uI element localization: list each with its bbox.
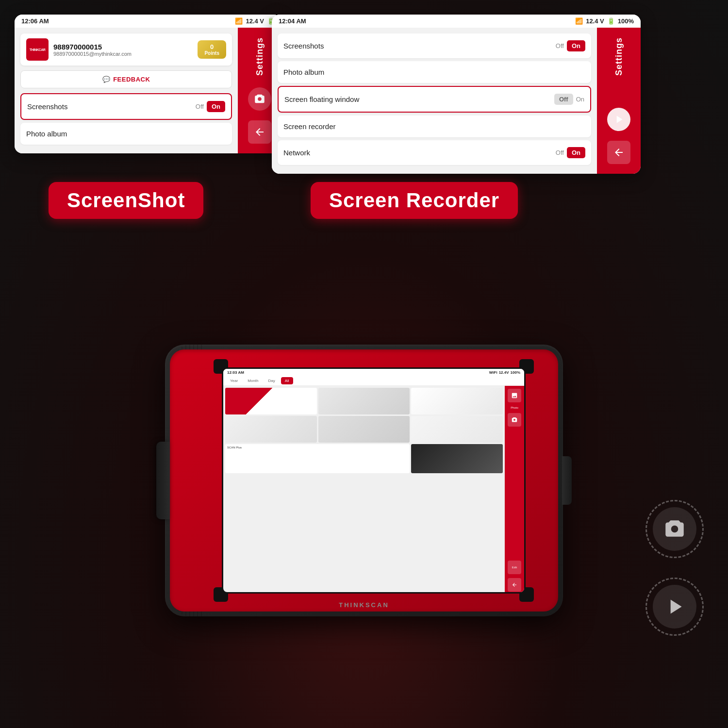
photo-album-row[interactable]: Photo album xyxy=(20,123,232,145)
user-name: 988970000015 xyxy=(53,43,132,51)
back-icon xyxy=(254,126,265,138)
screen-tabs: Year Month Day All xyxy=(223,376,524,386)
thinkcar-logo: THINKCAR xyxy=(26,38,49,61)
play-icon xyxy=(612,113,625,126)
right-screenshots-on-btn[interactable]: On xyxy=(567,40,585,51)
screen-edit-btn[interactable]: Edit xyxy=(508,561,521,574)
right-photo-album-label: Photo album xyxy=(283,68,324,76)
thumb-1[interactable] xyxy=(225,388,317,414)
left-time: 12:06 AM xyxy=(21,17,49,25)
screenshots-label: Screenshots xyxy=(27,102,67,111)
thumb-3[interactable] xyxy=(411,388,503,414)
device-handle-right xyxy=(562,456,572,505)
user-info: 988970000015 988970000015@mythinkcar.com xyxy=(53,43,132,57)
user-card: THINKCAR 988970000015 988970000015@mythi… xyxy=(20,33,232,66)
thumb-8[interactable] xyxy=(411,444,503,473)
right-network-toggle[interactable]: Off On xyxy=(556,147,585,158)
thumb-2[interactable] xyxy=(318,388,410,414)
right-screenshots-label: Screenshots xyxy=(283,42,324,50)
right-main-area: Screenshots Off On Photo album Screen fl… xyxy=(272,28,597,174)
screen-recorder-label: Screen Recorder xyxy=(311,182,518,219)
right-feature-icons xyxy=(645,500,704,636)
left-phone-panel: 12:06 AM 📶 12.4 V 🔋 THINKCAR 98897000001… xyxy=(15,15,281,153)
screen-photo-icon xyxy=(511,392,518,399)
feedback-button[interactable]: 💬 FEEDBACK xyxy=(20,70,232,88)
device-section: 12:03 AM WiFi 12.4V 100% Year Month Day … xyxy=(0,233,728,728)
right-floating-toggle[interactable]: Off On xyxy=(554,94,584,105)
right-sidebar-icons xyxy=(607,108,630,164)
screenshot-label-container: ScreenShot xyxy=(49,182,203,219)
screen-photo-label: Photo xyxy=(511,406,518,409)
tab-all[interactable]: All xyxy=(281,377,293,384)
right-wifi-icon: 📶 xyxy=(575,17,583,25)
feedback-icon: 💬 xyxy=(102,76,111,83)
screenshots-toggle[interactable]: Off On xyxy=(196,101,225,112)
screenshots-on-btn[interactable]: On xyxy=(207,101,225,112)
right-floating-off-btn[interactable]: Off xyxy=(554,94,573,105)
right-screen-recorder-row[interactable]: Screen recorder xyxy=(278,116,591,137)
right-network-on-btn[interactable]: On xyxy=(567,147,585,158)
screen-camera-btn[interactable] xyxy=(508,413,521,427)
camera-round-icon xyxy=(645,500,704,558)
wifi-icon: 📶 xyxy=(235,17,243,25)
battery-voltage: 12.4 V xyxy=(246,17,264,25)
thumb-4[interactable] xyxy=(225,416,317,443)
points-label: Points xyxy=(204,50,219,56)
right-back-icon xyxy=(613,147,625,158)
right-network-row: Network Off On xyxy=(278,140,591,165)
camera-sidebar-btn[interactable] xyxy=(248,87,271,111)
thumb-6[interactable] xyxy=(411,416,503,443)
tab-month[interactable]: Month xyxy=(244,377,262,384)
device-body: 12:03 AM WiFi 12.4V 100% Year Month Day … xyxy=(165,345,563,616)
screen-photo-btn[interactable] xyxy=(508,389,521,402)
screenshot-label: ScreenShot xyxy=(49,182,203,219)
screen-back-btn[interactable] xyxy=(508,578,521,592)
right-status-bar: 12:04 AM 📶 12.4 V 🔋 100% xyxy=(272,15,641,28)
play-sidebar-btn[interactable] xyxy=(607,108,630,131)
screen-bat-pct: 100% xyxy=(511,370,520,375)
right-back-btn[interactable] xyxy=(607,141,630,164)
thumb-5[interactable] xyxy=(318,416,410,443)
play-large-icon xyxy=(662,595,687,619)
right-sidebar-title: Settings xyxy=(614,37,624,76)
right-screenshots-toggle[interactable]: Off On xyxy=(556,40,585,51)
right-floating-window-row: Screen floating window Off On xyxy=(278,86,591,113)
right-phone-panel: 12:04 AM 📶 12.4 V 🔋 100% Screenshots Off… xyxy=(272,15,641,174)
screen-thumbnails: SCAN Plus xyxy=(223,386,505,592)
play-round-icon xyxy=(645,578,704,636)
camera-inner xyxy=(653,507,696,551)
screen-recorder-label-container: Screen Recorder xyxy=(311,182,518,219)
screen-battery: 12.4V xyxy=(499,370,509,375)
tab-day[interactable]: Day xyxy=(264,377,279,384)
right-network-label: Network xyxy=(283,149,310,157)
screen-sidebar: Photo Edit xyxy=(505,386,524,592)
screen-edit-label: Edit xyxy=(512,566,517,569)
right-battery-icon: 🔋 xyxy=(607,17,615,25)
right-panel-content: Screenshots Off On Photo album Screen fl… xyxy=(272,28,641,174)
sidebar-icons xyxy=(248,87,271,144)
right-photo-album-row[interactable]: Photo album xyxy=(278,61,591,83)
right-sidebar: Settings xyxy=(597,28,641,174)
right-time: 12:04 AM xyxy=(279,17,306,25)
device-handle-left xyxy=(156,442,170,519)
left-status-bar: 12:06 AM 📶 12.4 V 🔋 xyxy=(15,15,281,28)
feedback-label: FEEDBACK xyxy=(113,76,150,83)
points-badge: 0 Points xyxy=(198,40,226,59)
thumb-7[interactable]: SCAN Plus xyxy=(225,444,410,473)
right-screen-recorder-label: Screen recorder xyxy=(283,122,336,131)
tab-year[interactable]: Year xyxy=(226,377,242,384)
back-sidebar-btn[interactable] xyxy=(248,120,271,144)
screen-grid: SCAN Plus Photo xyxy=(223,386,524,592)
right-screenshots-row: Screenshots Off On xyxy=(278,33,591,58)
device-brand-label: THINKSCAN xyxy=(339,601,389,609)
screen-status-bar: 12:03 AM WiFi 12.4V 100% xyxy=(223,369,524,376)
screen-wifi: WiFi xyxy=(489,370,497,375)
right-battery-pct: 100% xyxy=(618,17,634,25)
screen-back-icon xyxy=(512,582,517,588)
left-main-area: THINKCAR 988970000015 988970000015@mythi… xyxy=(15,28,238,153)
screen-time: 12:03 AM xyxy=(227,370,244,375)
photo-album-label: Photo album xyxy=(26,130,67,138)
right-floating-label: Screen floating window xyxy=(284,95,359,103)
left-sidebar-title: Settings xyxy=(255,37,265,76)
device-screen[interactable]: 12:03 AM WiFi 12.4V 100% Year Month Day … xyxy=(223,369,524,592)
